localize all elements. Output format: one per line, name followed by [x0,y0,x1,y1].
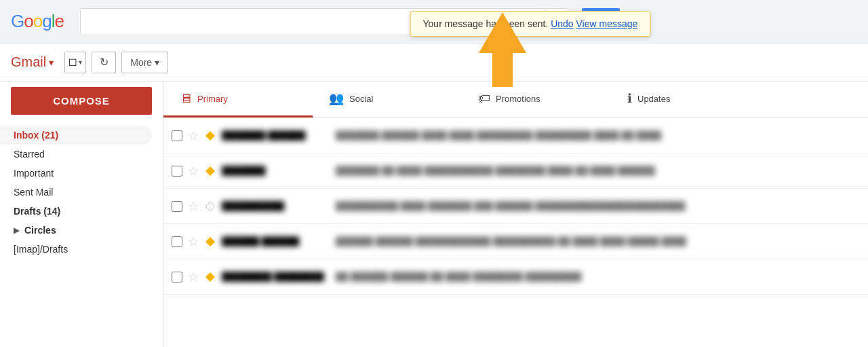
sidebar-item-label: Important [14,168,54,179]
tab-label: Social [349,94,373,104]
table-row[interactable]: ☆ ████████ ████████ ██ ██████ ██████ ██ … [163,259,868,295]
sidebar-item-imap-drafts[interactable]: [Imap]/Drafts [0,240,152,259]
tab-primary[interactable]: 🖥 Primary [163,81,313,117]
sidebar-item-drafts[interactable]: Drafts (14) [0,202,152,221]
star-icon[interactable]: ☆ [188,234,199,249]
tabs: 🖥 Primary 👥 Social 🏷 Promotions ℹ Update… [163,81,868,118]
notification-tooltip: Your message has been sent. Undo View me… [410,11,651,37]
email-sender: ██████████ [222,201,330,211]
sidebar-item-inbox[interactable]: Inbox (21) [0,126,152,145]
refresh-icon: ↻ [100,56,108,69]
tab-label: Updates [637,94,670,104]
email-list: ☆ ███████ ██████ ███████ ██████ ████ ███… [163,118,868,295]
notification-message: Your message has been sent. [423,18,549,29]
table-row[interactable]: ☆ ███████ ██████ ███████ ██████ ████ ███… [163,118,868,153]
table-row[interactable]: ☆ ██████ ██████ ██████ ██████ ██████████… [163,224,868,259]
sidebar-item-circles[interactable]: ▶ Circles [0,221,152,240]
sidebar-item-label: Inbox (21) [14,130,58,141]
email-sender: ████████ ████████ [222,272,330,282]
email-preview: ██████ ██████ ████████████ ██████████ ██… [336,236,860,246]
sidebar-item-sent[interactable]: Sent Mail [0,183,152,202]
email-area: 🖥 Primary 👥 Social 🏷 Promotions ℹ Update… [163,81,868,347]
label-tag-icon [204,200,216,213]
email-checkbox[interactable] [172,236,182,247]
gmail-dropdown-arrow-icon: ▾ [49,57,54,68]
label-tag-icon [204,130,216,142]
email-preview: ███████ ██ ████ ███████████ ████████ ███… [336,166,860,176]
circles-expand-icon: ▶ [14,226,19,235]
promotions-tab-icon: 🏷 [478,92,490,106]
email-checkbox[interactable] [172,201,182,212]
gmail-label-text: Gmail [11,54,46,70]
updates-tab-icon: ℹ [627,91,632,106]
sidebar-item-label: Circles [24,225,56,236]
sidebar-item-label: [Imap]/Drafts [14,244,68,255]
compose-button[interactable]: COMPOSE [11,87,152,115]
email-checkbox[interactable] [172,166,182,177]
more-label: More [130,57,152,68]
social-tab-icon: 👥 [329,91,344,106]
more-dropdown-icon: ▾ [155,57,159,68]
undo-link[interactable]: Undo [551,18,573,29]
main-content: COMPOSE Inbox (21) Starred Important Sen… [0,81,868,347]
gmail-label[interactable]: Gmail ▾ [11,54,54,70]
select-all-checkbox[interactable]: ☐ ▾ [64,52,86,73]
sidebar-item-label: Drafts (14) [14,206,60,217]
email-checkbox[interactable] [172,272,182,282]
tab-label: Primary [197,94,228,104]
email-preview: ██ ██████ ██████ ██ ████ ████████ ██████… [336,272,860,282]
label-tag-icon [204,165,216,177]
star-icon[interactable]: ☆ [188,164,199,179]
sidebar-item-label: Starred [14,149,45,160]
table-row[interactable]: ☆ ██████████ ██████████ ████ ███████ ███… [163,189,868,224]
tab-label: Promotions [496,94,540,104]
star-icon[interactable]: ☆ [188,270,199,285]
tab-promotions[interactable]: 🏷 Promotions [462,81,611,117]
primary-tab-icon: 🖥 [180,92,192,106]
refresh-button[interactable]: ↻ [92,52,116,73]
email-sender: ██████ ██████ [222,236,330,246]
star-icon[interactable]: ☆ [188,128,199,143]
email-sender: ███████ [222,166,330,176]
sidebar-item-label: Sent Mail [14,187,53,198]
sidebar: COMPOSE Inbox (21) Starred Important Sen… [0,81,163,347]
google-logo: Google [11,11,64,32]
checkbox-dropdown-icon: ▾ [79,58,82,66]
email-preview: ██████████ ████ ███████ ███ ██████ █████… [336,201,860,211]
view-message-link[interactable]: View message [576,18,638,29]
label-tag-icon [204,236,216,248]
table-row[interactable]: ☆ ███████ ███████ ██ ████ ███████████ ██… [163,153,868,189]
sidebar-item-important[interactable]: Important [0,164,152,183]
gmail-toolbar: Gmail ▾ ☐ ▾ ↻ More ▾ Your message has be… [0,43,868,81]
label-tag-icon [204,271,216,283]
email-sender: ███████ ██████ [222,130,330,141]
tab-updates[interactable]: ℹ Updates [611,81,760,117]
sidebar-item-starred[interactable]: Starred [0,145,152,164]
checkbox-icon: ☐ [68,57,77,68]
email-preview: ███████ ██████ ████ ████ █████████ █████… [336,130,860,141]
star-icon[interactable]: ☆ [188,199,199,214]
tab-social[interactable]: 👥 Social [313,81,462,117]
more-button[interactable]: More ▾ [121,52,168,73]
email-checkbox[interactable] [172,130,182,141]
